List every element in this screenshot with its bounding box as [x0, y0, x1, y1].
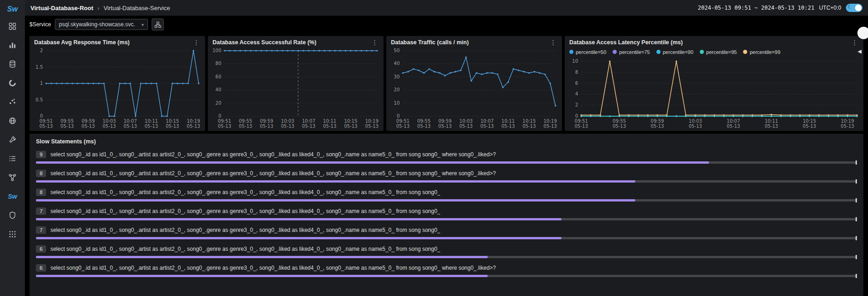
svg-text:05-13: 05-13	[650, 124, 664, 129]
svg-text:10:15: 10:15	[166, 118, 179, 124]
svg-text:40: 40	[394, 61, 400, 66]
statement-sql-text: select song0_.id as id1_0_, song0_.artis…	[50, 246, 440, 252]
svg-text:05-13: 05-13	[543, 124, 557, 129]
statement-duration-badge: 7	[36, 226, 46, 234]
sidebar-item-topology[interactable]	[0, 168, 25, 187]
theme-toggle[interactable]: ☾	[846, 4, 862, 12]
svg-text:2: 2	[40, 48, 43, 53]
legend-dot-icon	[743, 50, 747, 54]
svg-text:20: 20	[394, 87, 400, 92]
statement-bar-fill	[36, 161, 709, 164]
panel-title: Database Traffic (calls / min)	[391, 39, 469, 46]
shield-icon	[8, 211, 17, 219]
svg-text:09:59: 09:59	[651, 118, 664, 124]
svg-text:05-13: 05-13	[281, 124, 294, 129]
breadcrumb-root[interactable]: Virtual-Database-Root	[30, 5, 93, 12]
sidebar-item-dashboards[interactable]	[0, 17, 25, 36]
legend-item[interactable]: percentile=95	[700, 49, 737, 55]
sidebar-item-metrics[interactable]	[0, 36, 25, 54]
sidebar-item-infrastructure[interactable]	[0, 130, 25, 149]
svg-text:1: 1	[40, 81, 43, 86]
svg-text:10:11: 10:11	[502, 118, 515, 124]
svg-text:05-13: 05-13	[365, 124, 378, 129]
chart-traffic: 0102030405009:5105-1309:5505-1309:5905-1…	[386, 46, 562, 131]
panel-menu-button[interactable]: ⋮	[192, 39, 201, 46]
scatter-icon	[8, 98, 17, 106]
svg-text:05-13: 05-13	[124, 124, 137, 129]
apps-grid-icon	[8, 230, 17, 238]
svg-text:10:11: 10:11	[323, 118, 337, 124]
svg-text:10:03: 10:03	[460, 118, 473, 124]
svg-text:05-13: 05-13	[726, 124, 740, 129]
svg-text:05-13: 05-13	[574, 124, 588, 129]
svg-text:09:55: 09:55	[613, 118, 626, 124]
svg-text:05-13: 05-13	[480, 124, 494, 129]
svg-text:10:07: 10:07	[480, 118, 494, 124]
help-button[interactable]	[857, 27, 868, 39]
legend-item[interactable]: percentile=50	[569, 49, 606, 55]
svg-text:0: 0	[218, 113, 221, 118]
svg-text:05-13: 05-13	[459, 124, 472, 129]
statement-bar-track	[36, 218, 857, 220]
statement-duration-badge: 9	[36, 151, 46, 158]
service-select-value: psql.skywalking-showcase.svc.	[59, 21, 135, 28]
svg-text:0: 0	[40, 113, 43, 118]
charts-row: Database Avg Response Time (ms) ⋮ 00.511…	[25, 33, 868, 131]
svg-text:10:19: 10:19	[841, 118, 854, 124]
svg-text:20: 20	[215, 101, 221, 106]
statement-sql-text: select song0_.id as id1_0_, song0_.artis…	[50, 170, 496, 177]
svg-text:05-13: 05-13	[344, 124, 357, 129]
sidebar-item-virtual-database[interactable]: Sw	[0, 187, 25, 206]
sidebar-item-marketplace[interactable]	[0, 225, 25, 243]
sidebar-item-alerting[interactable]	[0, 206, 25, 225]
slow-statement-row[interactable]: 7select song0_.id as id1_0_, song0_.arti…	[36, 226, 857, 239]
panel-menu-button[interactable]: ⋮	[371, 39, 379, 46]
slow-statement-row[interactable]: 8select song0_.id as id1_0_, song0_.arti…	[36, 189, 857, 201]
svg-text:10:19: 10:19	[543, 118, 557, 124]
svg-text:10:03: 10:03	[281, 118, 295, 124]
legend-item[interactable]: percentile=90	[656, 49, 693, 55]
svg-text:05-13: 05-13	[803, 124, 816, 129]
svg-text:0: 0	[575, 113, 578, 118]
panel-menu-button[interactable]: ⋮	[850, 39, 859, 46]
sidebar-item-log[interactable]	[0, 149, 25, 168]
slow-statement-row[interactable]: 8select song0_.id as id1_0_, song0_.arti…	[36, 170, 857, 183]
slow-statement-row[interactable]: 7select song0_.id as id1_0_, song0_.arti…	[36, 207, 857, 220]
svg-text:05-13: 05-13	[765, 124, 778, 129]
svg-text:09:59: 09:59	[438, 118, 452, 124]
slow-statement-row[interactable]: 6select song0_.id as id1_0_, song0_.arti…	[36, 245, 857, 258]
sidebar-item-functions[interactable]	[0, 92, 25, 111]
panel-title: Database Access Latency Percentile (ms)	[569, 39, 683, 46]
legend-item[interactable]: percentile=75	[613, 49, 650, 55]
legend-dot-icon	[700, 50, 704, 54]
legend-wrap: percentile=50percentile=75percentile=90p…	[569, 47, 856, 57]
legend-dot-icon	[656, 50, 661, 54]
sidebar-item-database[interactable]	[0, 54, 25, 73]
time-range-display[interactable]: 2024-05-13 09:51 ~ 2024-05-13 10:21	[698, 5, 815, 11]
chart-canvas: 0102030405009:5105-1309:5505-1309:5905-1…	[386, 46, 562, 131]
bar-chart-icon	[8, 41, 17, 49]
svg-text:09:59: 09:59	[260, 118, 273, 124]
statement-duration-badge: 6	[36, 245, 46, 253]
statement-sql-text: select song0_.id as id1_0_, song0_.artis…	[50, 189, 440, 195]
legend-prev-arrow[interactable]: ◀	[856, 48, 862, 54]
legend-item[interactable]: percentile=99	[743, 49, 780, 55]
chevron-down-icon: ▾	[142, 22, 144, 27]
skywalking-active-icon: Sw	[8, 193, 17, 200]
panel-menu-button[interactable]: ⋮	[549, 39, 557, 46]
svg-text:10:03: 10:03	[689, 118, 702, 124]
topology-view-button[interactable]	[152, 18, 164, 30]
filter-toolbar: $Service psql.skywalking-showcase.svc. ▾	[25, 16, 868, 33]
panel-title: Database Access Successful Rate (%)	[213, 39, 316, 46]
svg-text:05-13: 05-13	[165, 124, 179, 129]
statement-bar-fill	[36, 199, 635, 201]
topology-icon	[8, 173, 17, 182]
sidebar-item-browser[interactable]	[0, 111, 25, 130]
service-select[interactable]: psql.skywalking-showcase.svc. ▾	[55, 19, 148, 30]
sidebar: Sw	[0, 0, 25, 296]
slow-statement-row[interactable]: 6select song0_.id as id1_0_, song0_.arti…	[36, 264, 857, 277]
slow-statement-row[interactable]: 9select song0_.id as id1_0_, song0_.arti…	[36, 151, 857, 164]
slow-statements-panel: Slow Statements (ms) 9select song0_.id a…	[30, 134, 863, 296]
sidebar-item-service-mesh[interactable]	[0, 73, 25, 92]
statement-duration-badge: 6	[36, 264, 46, 272]
